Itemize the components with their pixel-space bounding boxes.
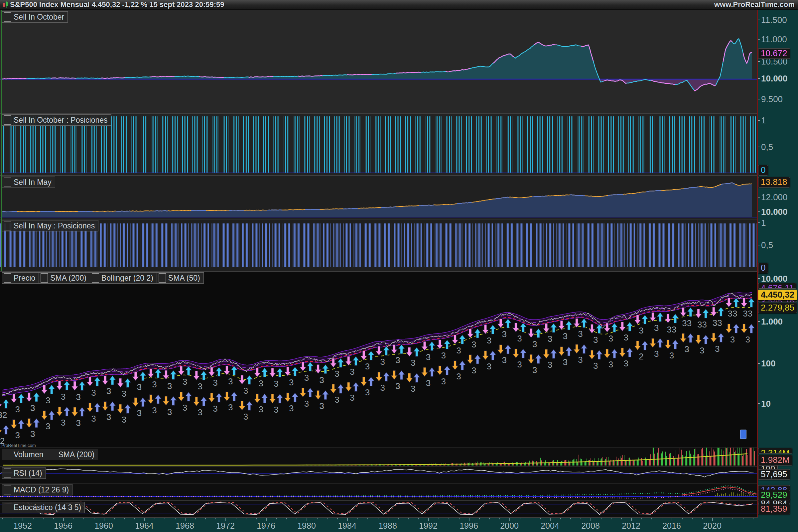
value-box: 4.676,11 [758,283,796,289]
time-tick [449,518,449,519]
axis-label: 10 [761,399,771,408]
time-tick [286,518,287,519]
legend-item-volumen[interactable]: Volumen [2,449,47,460]
time-tick [266,518,267,521]
axis-label: 1 [761,218,766,228]
bollinger-20-2-indicator-icon [92,273,99,283]
time-tick [570,518,571,519]
legend-item-sma-50[interactable]: SMA (50) [157,272,204,284]
time-tick [337,518,338,519]
estoc-stico-14-3-5-indicator-icon [4,503,11,512]
time-tick [124,518,125,519]
axis-tick [758,223,760,223]
value-box: 4.450,32 [758,290,797,300]
value-box: 2.314M [758,448,792,454]
year-label: 2020 [703,521,722,531]
legend-label-sell-in-may: Sell In May [14,178,52,187]
axis-label: 11.500 [761,15,787,25]
legend-sell-oct: Sell In October [2,11,68,23]
panel-sell-oct-pos[interactable] [0,113,757,175]
legend-item-sell-in-may-posiciones[interactable]: Sell In May : Posiciones [2,220,98,231]
macd-12-26-9-indicator-icon [4,485,11,494]
time-tick [43,518,43,519]
legend-item-sell-in-october-posiciones[interactable]: Sell In October : Posiciones [2,114,111,126]
panel-volumen[interactable] [0,448,757,467]
time-tick [165,518,165,519]
time-tick [550,518,551,521]
time-tick [144,518,145,521]
time-tick [702,518,703,519]
panel-rsi[interactable] [0,467,757,483]
year-label: 1968 [175,521,194,531]
legend-sell-may-pos: Sell In May : Posiciones [2,220,98,231]
legend-label-sma-50: SMA (50) [168,274,200,283]
chart-tool-icon[interactable] [740,430,746,439]
year-label: 1952 [13,521,32,531]
title-bar: S&P500 Index Mensual 4.450,32 -1,22 % 15… [0,0,798,10]
axis-label: 1 [761,115,766,125]
panel-price[interactable] [0,271,757,448]
axis-tick [758,39,760,40]
axis-tick [758,363,760,364]
year-label: 1996 [459,521,478,531]
panel-sell-may[interactable] [0,175,757,219]
year-label: 1972 [216,521,235,531]
value-box: 2.279,85 [758,303,797,313]
value-box: 57,695 [758,469,790,480]
legend-item-precio[interactable]: Precio [2,272,39,284]
legend-item-estoc-stico-14-3-5[interactable]: Estocástico (14 3 5) [2,502,85,513]
candlestick-icon [2,1,8,10]
panel-macd[interactable] [0,483,757,500]
time-tick [307,518,307,521]
legend-item-sell-in-may[interactable]: Sell In May [2,176,55,188]
time-tick [358,518,358,519]
axis-tick [758,321,760,322]
time-tick [581,518,581,519]
time-tick [418,518,419,519]
legend-stoch: Estocástico (14 3 5) [2,502,84,513]
time-axis[interactable]: 1952195619601964196819721976198019841988… [0,517,758,532]
time-tick [439,518,439,519]
axis-label: 100 [761,358,775,368]
time-tick [83,518,84,519]
legend-volumen: VolumenSMA (200) [2,449,98,460]
time-tick [499,518,500,519]
time-tick [682,518,683,519]
time-tick [428,518,429,521]
legend-item-rsi-14[interactable]: RSI (14) [2,468,46,479]
year-label: 2000 [500,521,519,531]
precio-indicator-icon [4,273,11,283]
time-tick [712,518,713,521]
year-label: 1984 [338,521,357,531]
panel-sell-oct[interactable] [0,9,757,113]
time-tick [94,518,94,519]
time-tick [479,518,480,519]
axis-tick [758,61,760,62]
value-box: 0 [758,165,768,175]
legend-item-sma-200[interactable]: SMA (200) [47,449,98,460]
instrument-title: S&P500 Index Mensual 4.450,32 -1,22 % 15… [10,0,225,9]
legend-item-bollinger-20-2[interactable]: Bollinger (20 2) [90,272,157,284]
volumen-indicator-icon [4,450,11,459]
time-tick [205,518,206,519]
panel-sell-may-pos[interactable] [0,219,757,271]
time-tick [662,518,662,519]
legend-item-sell-in-october[interactable]: Sell In October [2,11,68,23]
legend-price: PrecioSMA (200)Bollinger (20 2)SMA (50) [2,272,204,284]
year-label: 1960 [94,521,113,531]
legend-item-macd-12-26-9[interactable]: MACD (12 26 9) [2,484,73,495]
axis-tick [758,99,760,99]
price-axis[interactable]: 11.50011.00010.50010.0009.50010.67210,50… [758,9,798,532]
panel-stoch[interactable] [0,500,757,517]
legend-item-sma-200[interactable]: SMA (200) [39,272,90,284]
legend-label-sma-200: SMA (200) [58,450,95,459]
time-tick [225,518,226,521]
time-tick [530,518,530,519]
time-tick [175,518,175,519]
value-box: 29,529 [758,490,790,500]
time-tick [753,518,754,519]
year-label: 1964 [135,521,154,531]
axis-label: 10.000 [761,207,788,217]
time-tick [74,518,74,519]
time-tick [215,518,216,519]
